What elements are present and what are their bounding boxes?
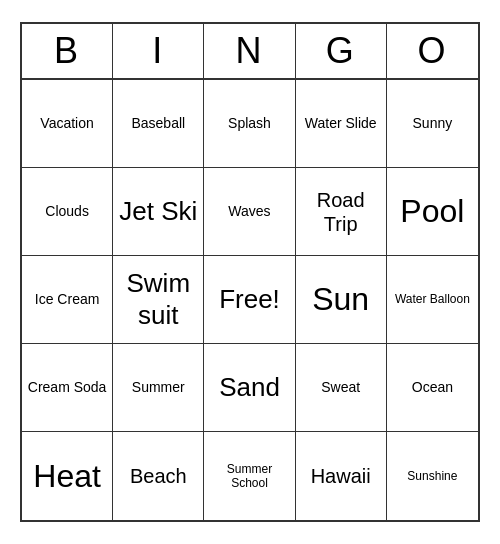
bingo-cell-text: Baseball (131, 115, 185, 132)
bingo-cell-text: Hawaii (311, 464, 371, 488)
bingo-cell: Sand (204, 344, 295, 432)
bingo-cell-text: Water Balloon (395, 292, 470, 306)
bingo-header-letter: G (296, 24, 387, 78)
bingo-cell: Pool (387, 168, 478, 256)
bingo-cell-text: Heat (33, 457, 101, 495)
bingo-cell-text: Sun (312, 280, 369, 318)
bingo-cell: Hawaii (296, 432, 387, 520)
bingo-cell: Water Slide (296, 80, 387, 168)
bingo-cell: Heat (22, 432, 113, 520)
bingo-cell-text: Free! (219, 284, 280, 315)
bingo-cell-text: Road Trip (300, 188, 382, 236)
bingo-cell: Baseball (113, 80, 204, 168)
bingo-cell: Beach (113, 432, 204, 520)
bingo-cell-text: Water Slide (305, 115, 377, 132)
bingo-cell: Clouds (22, 168, 113, 256)
bingo-cell-text: Sunshine (407, 469, 457, 483)
bingo-cell-text: Sweat (321, 379, 360, 396)
bingo-cell-text: Summer (132, 379, 185, 396)
bingo-cell: Free! (204, 256, 295, 344)
bingo-cell: Summer (113, 344, 204, 432)
bingo-cell-text: Swim suit (117, 268, 199, 330)
bingo-cell: Sweat (296, 344, 387, 432)
bingo-cell: Jet Ski (113, 168, 204, 256)
bingo-cell-text: Beach (130, 464, 187, 488)
bingo-cell: Ice Cream (22, 256, 113, 344)
bingo-cell-text: Clouds (45, 203, 89, 220)
bingo-cell-text: Waves (228, 203, 270, 220)
bingo-cell-text: Cream Soda (28, 379, 107, 396)
bingo-cell: Cream Soda (22, 344, 113, 432)
bingo-cell: Vacation (22, 80, 113, 168)
bingo-cell-text: Summer School (208, 462, 290, 491)
bingo-cell-text: Splash (228, 115, 271, 132)
bingo-header-letter: I (113, 24, 204, 78)
bingo-cell-text: Ocean (412, 379, 453, 396)
bingo-cell: Road Trip (296, 168, 387, 256)
bingo-cell-text: Pool (400, 192, 464, 230)
bingo-cell-text: Sunny (413, 115, 453, 132)
bingo-card: BINGO VacationBaseballSplashWater SlideS… (20, 22, 480, 522)
bingo-header-letter: B (22, 24, 113, 78)
bingo-header-letter: N (204, 24, 295, 78)
bingo-header-letter: O (387, 24, 478, 78)
bingo-cell: Splash (204, 80, 295, 168)
bingo-cell-text: Sand (219, 372, 280, 403)
bingo-cell: Swim suit (113, 256, 204, 344)
bingo-cell-text: Vacation (40, 115, 93, 132)
bingo-cell: Water Balloon (387, 256, 478, 344)
bingo-cell: Summer School (204, 432, 295, 520)
bingo-header: BINGO (22, 24, 478, 80)
bingo-cell: Waves (204, 168, 295, 256)
bingo-cell: Sun (296, 256, 387, 344)
bingo-cell: Sunshine (387, 432, 478, 520)
bingo-cell: Sunny (387, 80, 478, 168)
bingo-grid: VacationBaseballSplashWater SlideSunnyCl… (22, 80, 478, 520)
bingo-cell-text: Jet Ski (119, 196, 197, 227)
bingo-cell-text: Ice Cream (35, 291, 100, 308)
bingo-cell: Ocean (387, 344, 478, 432)
